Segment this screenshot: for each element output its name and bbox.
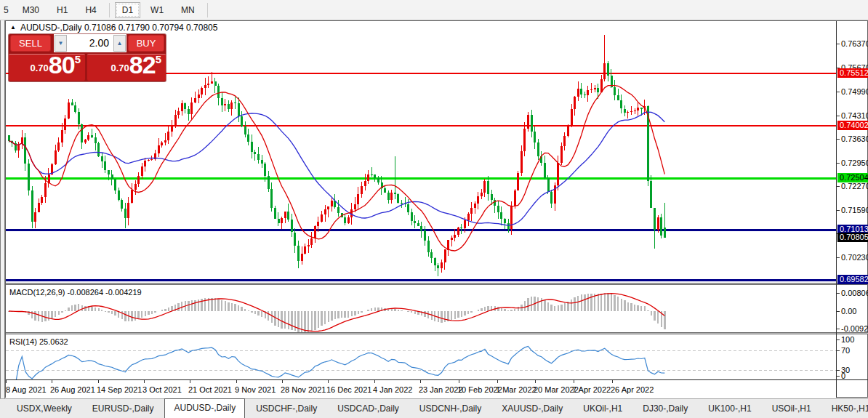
volume-input[interactable]: 2.00 xyxy=(67,35,113,52)
axis-tick-mark xyxy=(837,257,840,258)
timeframe-button-d1[interactable]: D1 xyxy=(115,2,140,18)
timeframe-button-m5-partial[interactable]: 5 xyxy=(3,2,12,18)
sell-button[interactable]: SELL xyxy=(10,35,51,52)
price-tick-label: 0.70230 xyxy=(841,253,868,262)
date-tick-mark xyxy=(190,380,190,383)
axis-tick-mark xyxy=(837,339,840,340)
date-tick-mark xyxy=(612,380,613,383)
axis-tick-mark xyxy=(837,163,840,164)
price-level-badge: 0.72504 xyxy=(837,173,868,182)
volume-spinner: ▼ 2.00 ▲ xyxy=(54,34,126,52)
axis-tick-mark xyxy=(837,92,840,92)
date-label: 1 Mar 2022 xyxy=(496,385,537,394)
price-tick-label: 0.74990 xyxy=(841,87,868,96)
date-tick-mark xyxy=(144,380,145,383)
left-window-edge xyxy=(0,20,5,418)
buy-price-display[interactable]: 0.70825 xyxy=(87,54,166,81)
rsi-label: RSI(14) 25.0632 xyxy=(9,337,68,346)
collapse-panel-icon[interactable]: ▲ xyxy=(10,24,16,31)
macd-signal-line xyxy=(9,294,664,331)
timeframe-button-mn[interactable]: MN xyxy=(174,2,202,18)
sell-price-prefix: 0.70 xyxy=(31,63,49,73)
date-label: 23 Jan 2022 xyxy=(419,385,463,394)
chart-title: ▲AUDUSD-,Daily 0.71086 0.71790 0.70794 0… xyxy=(10,23,217,33)
volume-decrease-icon[interactable]: ▼ xyxy=(55,35,67,52)
moving-average-line xyxy=(9,86,664,251)
buy-price-sup: 5 xyxy=(156,53,161,65)
rsi-tick-label: 70 xyxy=(841,346,850,355)
current-price-badge: 0.70805 xyxy=(837,233,868,242)
price-tick-label: 0.72950 xyxy=(841,158,868,167)
date-tick-mark xyxy=(535,380,536,383)
toolbar-separator xyxy=(109,3,110,17)
timeframe-button-h4[interactable]: H4 xyxy=(78,2,103,18)
sell-price-display[interactable]: 0.70805 xyxy=(9,54,85,81)
price-level-badge: 0.74002 xyxy=(837,121,868,130)
date-label: 16 Dec 2021 xyxy=(326,385,371,394)
trading-platform-window: 5M30H1H4D1W1MN ▲AUDUSD-,Daily 0.71086 0.… xyxy=(0,0,868,418)
tab-dj30-daily[interactable]: DJ30-,Daily xyxy=(633,400,697,418)
axis-tick-mark xyxy=(837,376,840,377)
macd-label: MACD(12,26,9) -0.008264 -0.004219 xyxy=(9,288,142,297)
date-tick-mark xyxy=(497,380,498,383)
timeframe-button-w1[interactable]: W1 xyxy=(143,2,171,18)
toolbar-separator xyxy=(207,3,208,17)
date-axis[interactable]: 8 Aug 202126 Aug 202114 Sep 20213 Oct 20… xyxy=(6,380,836,398)
tab-usdx-weekly[interactable]: USDX,Weekly xyxy=(7,400,81,418)
tab-usdchf-daily[interactable]: USDCHF-,Daily xyxy=(246,400,326,418)
axis-tick-mark xyxy=(837,370,840,371)
date-label: 7 Apr 2022 xyxy=(572,385,611,394)
tab-usdcnh-daily[interactable]: USDCNH-,Daily xyxy=(410,400,491,418)
macd-tick-label: 0.00 xyxy=(841,307,856,315)
date-tick-mark xyxy=(328,380,329,383)
sell-price-sup: 5 xyxy=(75,53,81,65)
rsi-indicator-panel[interactable] xyxy=(6,334,836,379)
axis-tick-mark xyxy=(837,311,840,312)
date-tick-mark xyxy=(98,380,99,383)
date-label: 4 Jan 2022 xyxy=(373,385,412,394)
one-click-trading-panel: SELL ▼ 2.00 ▲ BUY 0.70805 0.70825 xyxy=(9,34,166,81)
moving-average-line xyxy=(9,112,664,225)
rsi-tick-label: 100 xyxy=(841,335,854,344)
timeframe-button-m30[interactable]: M30 xyxy=(15,2,47,18)
tab-hk50-h1[interactable]: HK50-,H1 xyxy=(822,400,868,418)
buy-price-big: 82 xyxy=(129,51,156,79)
tab-ukoil-h1[interactable]: UKOil-,H1 xyxy=(574,400,632,418)
volume-increase-icon[interactable]: ▲ xyxy=(113,35,126,52)
tab-xauusd-daily[interactable]: XAUUSD-,Daily xyxy=(492,400,572,418)
date-label: 21 Oct 2021 xyxy=(188,385,232,394)
axis-tick-mark xyxy=(837,350,840,351)
date-tick-mark xyxy=(236,380,237,383)
date-label: 26 Apr 2022 xyxy=(611,385,654,394)
rsi-value: 25.0632 xyxy=(39,337,68,346)
buy-button[interactable]: BUY xyxy=(128,35,164,52)
buy-price-prefix: 0.70 xyxy=(111,63,129,73)
date-tick-mark xyxy=(282,380,283,383)
macd-histogram-layer xyxy=(8,293,666,332)
date-label: 26 Aug 2021 xyxy=(50,385,95,394)
price-tick-label: 0.73630 xyxy=(841,134,868,143)
tab-eurusd-daily[interactable]: EURUSD-,Daily xyxy=(83,400,164,418)
timeframe-button-h1[interactable]: H1 xyxy=(49,2,75,18)
tab-uk100-h1[interactable]: UK100-,H1 xyxy=(699,400,760,418)
axis-tick-mark xyxy=(837,329,840,329)
price-axis-border xyxy=(836,21,837,398)
date-tick-mark xyxy=(574,380,574,383)
price-tick-label: 0.72270 xyxy=(841,182,868,190)
price-level-badge: 0.75512 xyxy=(837,68,868,78)
macd-values: -0.008264 -0.004219 xyxy=(67,288,141,297)
tab-usoil-h1[interactable]: USOil-,H1 xyxy=(763,400,821,418)
panel-divider[interactable] xyxy=(6,283,868,285)
tab-audusd-daily[interactable]: AUDUSD-,Daily xyxy=(164,398,245,418)
macd-tick-label: 0.008061 xyxy=(841,289,868,297)
date-tick-mark xyxy=(420,380,421,383)
macd-tick-label: -0.009286 xyxy=(841,324,868,333)
tab-usdcad-daily[interactable]: USDCAD-,Daily xyxy=(328,400,409,418)
panel-divider xyxy=(6,379,868,380)
rsi-tick-label: 0 xyxy=(841,371,845,380)
level-lines-layer xyxy=(6,73,836,280)
panel-divider[interactable] xyxy=(6,332,868,334)
date-label: 28 Nov 2021 xyxy=(281,385,326,394)
date-tick-mark xyxy=(459,380,459,383)
date-tick-mark xyxy=(52,380,52,383)
